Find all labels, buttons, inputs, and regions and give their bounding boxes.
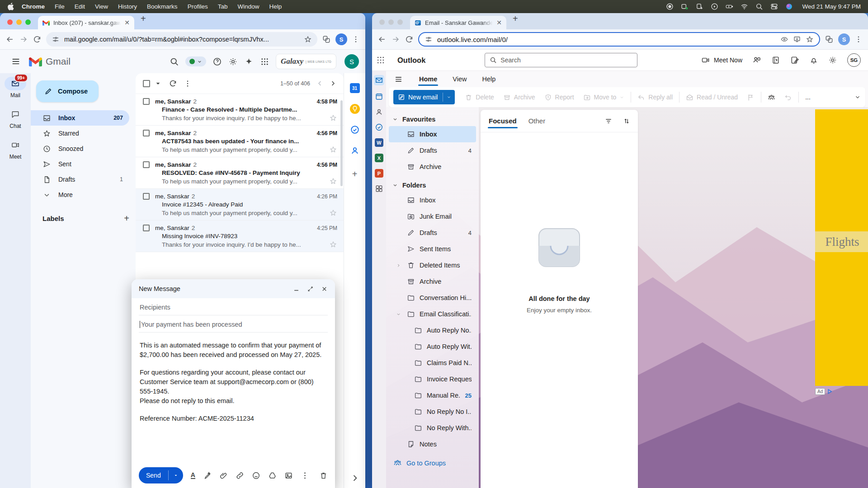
new-email-options-icon[interactable]: [443, 95, 455, 99]
folder-item-email-classificati-[interactable]: Email Classificati...: [389, 306, 476, 322]
mail-module-icon[interactable]: [374, 75, 384, 85]
sidebar-item-more[interactable]: More: [31, 187, 129, 202]
search-icon[interactable]: [170, 57, 179, 66]
ad-banner[interactable]: Flights: [815, 109, 868, 386]
contacts-icon[interactable]: [350, 145, 360, 155]
back-icon[interactable]: [5, 35, 14, 44]
settings-gear-icon[interactable]: [228, 57, 238, 66]
reload-icon[interactable]: [405, 35, 414, 44]
email-checkbox[interactable]: [143, 98, 150, 105]
gemini-icon[interactable]: [244, 57, 254, 66]
menu-item-history[interactable]: History: [113, 3, 142, 10]
email-checkbox[interactable]: [143, 193, 150, 200]
menu-item-view[interactable]: View: [90, 3, 113, 10]
site-settings-icon[interactable]: [425, 35, 433, 43]
notifications-bell-icon[interactable]: [809, 56, 818, 65]
folder-item-drafts[interactable]: Drafts4: [389, 142, 476, 159]
refresh-icon[interactable]: [169, 79, 177, 88]
email-row[interactable]: me, Sanskar24:58 PMFinance - Case Resolv…: [136, 94, 344, 126]
menu-item-tab[interactable]: Tab: [213, 3, 233, 10]
more-options-icon[interactable]: [184, 80, 192, 88]
ribbon-collapse-icon[interactable]: [854, 94, 861, 100]
bookmark-star-icon[interactable]: [304, 35, 312, 43]
tab-groups-icon[interactable]: [322, 35, 331, 44]
chrome-menu-icon[interactable]: [352, 35, 360, 43]
new-email-button[interactable]: New email: [393, 90, 455, 104]
menu-item-window[interactable]: Window: [232, 3, 264, 10]
forward-icon[interactable]: [391, 35, 400, 44]
more-compose-options-icon[interactable]: [301, 471, 309, 480]
powerpoint-module-icon[interactable]: P: [375, 169, 383, 178]
todo-module-icon[interactable]: [375, 123, 383, 131]
teams-icon[interactable]: [752, 56, 761, 65]
more-apps-icon[interactable]: [375, 184, 383, 193]
folder-item-manual-re-[interactable]: Manual Re...25: [389, 387, 476, 404]
rail-item-meet[interactable]: Meet: [5, 138, 26, 160]
tab-groups-icon[interactable]: [825, 35, 834, 44]
screen-record-icon[interactable]: [666, 3, 674, 10]
sidebar-item-snoozed[interactable]: Snoozed: [31, 141, 129, 156]
send-button[interactable]: Send: [139, 467, 183, 483]
list-tab-focused[interactable]: Focused: [488, 113, 518, 128]
tab-help[interactable]: Help: [481, 73, 496, 85]
folder-item-deleted-items[interactable]: Deleted Items: [389, 257, 476, 273]
older-page-icon[interactable]: [330, 80, 336, 87]
apple-menu-icon[interactable]: [7, 3, 14, 10]
ribbon-button-delete[interactable]: Delete: [460, 90, 498, 104]
folder-item-auto-reply-wit-[interactable]: Auto Reply Wit...: [389, 338, 476, 355]
select-all-checkbox[interactable]: [143, 80, 150, 87]
calendar-icon[interactable]: 31: [350, 83, 360, 93]
reload-icon[interactable]: [33, 35, 42, 44]
folder-item-no-reply-with-[interactable]: No Reply With...: [389, 420, 476, 436]
new-tab-button[interactable]: +: [141, 14, 146, 24]
folder-item-sent-items[interactable]: Sent Items: [389, 241, 476, 257]
send-options-icon[interactable]: [169, 473, 183, 478]
recipients-field[interactable]: Recipients: [139, 298, 328, 315]
help-icon[interactable]: [212, 57, 222, 66]
wifi-icon[interactable]: [741, 3, 748, 10]
star-icon[interactable]: [329, 240, 337, 249]
play-status-icon[interactable]: [711, 3, 718, 10]
close-compose-icon[interactable]: [321, 286, 328, 292]
star-icon[interactable]: [329, 145, 337, 154]
chevron-down-icon[interactable]: [396, 312, 401, 317]
close-window-button[interactable]: [379, 19, 385, 25]
word-module-icon[interactable]: W: [375, 138, 383, 147]
browser-tab-gmail[interactable]: Inbox (207) - sanskar.gawand ✕: [38, 16, 134, 29]
new-tab-button[interactable]: +: [513, 14, 518, 24]
folder-item-drafts[interactable]: Drafts4: [389, 225, 476, 241]
people-module-icon[interactable]: [375, 108, 383, 116]
folder-pane-toggle-icon[interactable]: [394, 75, 403, 84]
ad-choices-icon[interactable]: [827, 389, 833, 394]
smart-compose-pen-icon[interactable]: [203, 471, 212, 480]
reading-mode-icon[interactable]: [780, 35, 788, 43]
sidebar-item-starred[interactable]: Starred: [31, 126, 129, 141]
site-settings-icon[interactable]: [52, 35, 60, 43]
discard-draft-icon[interactable]: [319, 471, 328, 480]
compose-header[interactable]: New Message: [132, 279, 335, 298]
chrome-profile-avatar[interactable]: S: [335, 33, 347, 45]
ribbon-button-reply-all[interactable]: Reply all: [633, 90, 677, 104]
email-checkbox[interactable]: [143, 225, 150, 231]
teams-status-icon[interactable]: [681, 3, 689, 10]
folders-header[interactable]: Folders: [386, 178, 479, 192]
folder-item-inbox[interactable]: Inbox: [389, 192, 476, 208]
folder-item-no-reply-no-i-[interactable]: No Reply No I...: [389, 404, 476, 420]
insert-emoji-icon[interactable]: [252, 471, 260, 480]
settings-gear-icon[interactable]: [828, 56, 837, 65]
window-controls[interactable]: [7, 19, 31, 25]
newer-page-icon[interactable]: [316, 80, 323, 87]
sidebar-item-inbox[interactable]: Inbox207: [31, 110, 129, 126]
app-launcher-icon[interactable]: [376, 56, 385, 65]
insert-drive-icon[interactable]: [268, 471, 277, 480]
folder-item-inbox[interactable]: Inbox: [389, 126, 476, 142]
menu-item-bookmarks[interactable]: Bookmarks: [142, 3, 183, 10]
address-bar[interactable]: outlook.live.com/mail/0/: [418, 32, 820, 47]
menu-item-profiles[interactable]: Profiles: [183, 3, 213, 10]
control-center-icon[interactable]: [770, 3, 778, 10]
google-apps-grid-icon[interactable]: [260, 57, 269, 66]
get-addons-icon[interactable]: +: [352, 169, 358, 179]
sidebar-item-drafts[interactable]: Drafts1: [31, 172, 129, 187]
rail-item-chat[interactable]: Chat: [5, 108, 26, 129]
filter-icon[interactable]: [604, 117, 613, 125]
